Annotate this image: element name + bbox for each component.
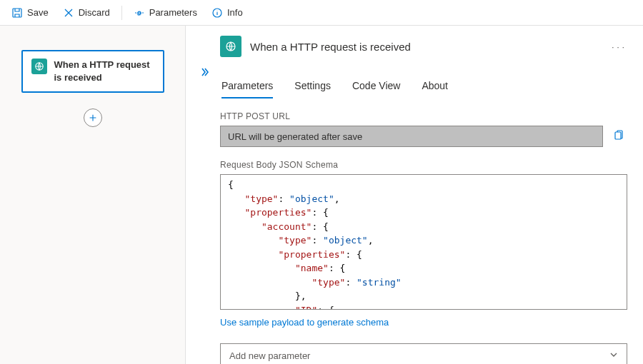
trigger-card-title: When a HTTP request is received xyxy=(54,59,154,84)
more-menu-button[interactable]: · · · xyxy=(609,39,627,55)
parameters-button[interactable]: @ Parameters xyxy=(128,4,203,21)
tab-settings[interactable]: Settings xyxy=(294,77,331,98)
info-label: Info xyxy=(227,7,243,18)
tab-code-view[interactable]: Code View xyxy=(352,77,400,98)
command-bar: Save Discard @ Parameters Info xyxy=(0,0,643,26)
toolbar-divider xyxy=(121,6,122,20)
svg-rect-6 xyxy=(615,132,621,139)
details-panel: When a HTTP request is received · · · Pa… xyxy=(186,26,643,364)
svg-rect-0 xyxy=(13,9,21,17)
tab-about[interactable]: About xyxy=(422,77,448,98)
use-sample-payload-link[interactable]: Use sample payload to generate schema xyxy=(220,317,389,328)
svg-text:@: @ xyxy=(136,11,141,16)
web-request-icon xyxy=(31,59,47,74)
schema-label: Request Body JSON Schema xyxy=(220,160,627,170)
save-label: Save xyxy=(27,7,49,18)
http-post-url-field: URL will be generated after save xyxy=(220,126,603,147)
tab-parameters[interactable]: Parameters xyxy=(221,77,273,98)
add-new-parameter-dropdown[interactable]: Add new parameter xyxy=(220,343,627,364)
web-request-icon xyxy=(220,36,241,57)
chevron-down-icon xyxy=(609,350,618,361)
info-icon xyxy=(211,7,223,19)
designer-canvas: When a HTTP request is received xyxy=(0,26,186,364)
info-button[interactable]: Info xyxy=(206,4,249,21)
add-step-button[interactable] xyxy=(84,108,102,127)
tab-bar: Parameters Settings Code View About xyxy=(220,77,627,98)
http-post-url-label: HTTP POST URL xyxy=(220,111,627,121)
copy-url-button[interactable] xyxy=(610,127,627,146)
dropdown-placeholder: Add new parameter xyxy=(229,350,310,361)
panel-header: When a HTTP request is received · · · xyxy=(220,36,627,57)
parameters-label: Parameters xyxy=(149,7,197,18)
save-button[interactable]: Save xyxy=(6,4,54,21)
parameters-icon: @ xyxy=(134,7,145,19)
json-schema-editor[interactable]: { "type": "object", "properties": { "acc… xyxy=(220,174,627,310)
trigger-card[interactable]: When a HTTP request is received xyxy=(21,50,164,93)
discard-label: Discard xyxy=(79,7,110,18)
main-split: When a HTTP request is received When a H… xyxy=(0,26,643,364)
url-placeholder-text: URL will be generated after save xyxy=(228,131,362,142)
discard-icon xyxy=(63,7,74,19)
collapse-panel-button[interactable] xyxy=(199,67,210,79)
panel-title: When a HTTP request is received xyxy=(250,41,411,53)
save-icon xyxy=(11,7,23,19)
discard-button[interactable]: Discard xyxy=(57,4,116,21)
